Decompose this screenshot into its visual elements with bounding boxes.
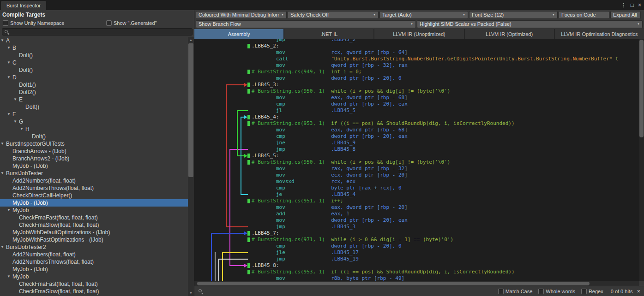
tab-llvm-ir-optimized[interactable]: LLVM IR (Optimized)	[465, 29, 554, 39]
asm-operands: .LBB45_3	[331, 224, 355, 230]
code-horizontal-scrollbar[interactable]	[194, 281, 639, 286]
scrollbar-thumb[interactable]	[197, 282, 590, 285]
code-line: # BurstString.cs(950, 1) while (i < pos …	[194, 159, 639, 166]
tab-assembly[interactable]: Assembly	[194, 29, 283, 39]
targets-search-field[interactable]	[2, 28, 193, 36]
tree-item-h[interactable]: ▼H	[0, 125, 188, 133]
tree-item-checkfmafast-float-float-float[interactable]: CheckFmaFast(float, float, float)	[0, 280, 188, 288]
tree-item-doit2[interactable]: DoIt2()	[0, 89, 188, 96]
show-generated-checkbox[interactable]: Show ".Generated"	[106, 20, 156, 26]
assembly-code-view[interactable]: jmp .LBB45_2.LBB45_2: mov rcx, qword ptr…	[194, 39, 639, 281]
close-search-icon[interactable]: ×	[637, 288, 640, 295]
checkbox-box-icon[interactable]	[581, 289, 587, 294]
foldout-expanded-icon[interactable]: ▼	[13, 118, 17, 125]
dropdown-font-size-12[interactable]: Font Size (12)▼	[469, 11, 558, 19]
scrollbar-thumb[interactable]	[188, 43, 193, 177]
tree-item-myjob-ijob[interactable]: MyJob - (IJob)	[0, 266, 188, 273]
window-tab-burst-inspector[interactable]: Burst Inspector	[1, 1, 46, 10]
maximize-icon[interactable]: □	[631, 0, 634, 10]
code-line: .LBB45_2:	[194, 43, 639, 49]
tree-item-brancharrows2-ijob[interactable]: BranchArrows2 - (IJob)	[0, 155, 188, 162]
checkbox-box-icon[interactable]	[106, 20, 112, 26]
tree-item-doit[interactable]: DoIt()	[0, 66, 188, 74]
asm-operands: "Unity.Burst.BurstString.NumberBuffer.Ge…	[331, 56, 619, 62]
tree-item-doit1[interactable]: DoIt1()	[0, 81, 188, 89]
tree-item-a[interactable]: ▼A	[0, 37, 188, 44]
tree-item-myjob-ijob[interactable]: MyJob - (IJob)	[0, 199, 188, 207]
close-icon[interactable]: ×	[638, 0, 641, 10]
scroll-down-icon[interactable]: ▼	[188, 290, 194, 296]
foldout-expanded-icon[interactable]: ▼	[7, 59, 11, 66]
button-expand-all[interactable]: Expand All	[610, 11, 641, 19]
button-focus-on-code[interactable]: Focus on Code	[559, 11, 609, 19]
tree-item-myjob[interactable]: ▼MyJob	[0, 273, 188, 280]
foldout-expanded-icon[interactable]: ▼	[7, 273, 11, 280]
tree-item-b[interactable]: ▼B	[0, 44, 188, 52]
code-vertical-scrollbar[interactable]	[639, 39, 644, 281]
tree-item-myjobwithfastoptimizations-ijob[interactable]: MyJobWithFastOptimizations - (IJob)	[0, 236, 188, 243]
tree-item-f[interactable]: ▼F	[0, 111, 188, 118]
foldout-expanded-icon[interactable]: ▼	[7, 74, 11, 81]
tree-item-checkfmaslow-float-float-float[interactable]: CheckFmaSlow(float, float, float)	[0, 288, 188, 295]
tab-llvm-ir-optimisation-diagnostics[interactable]: LLVM IR Optimisation Diagnostics	[555, 29, 644, 39]
tree-item-brancharrows-ijob[interactable]: BranchArrows - (IJob)	[0, 148, 188, 155]
dropdown-coloured-with-minimal-debug-information[interactable]: Coloured With Minimal Debug Information▼	[196, 11, 287, 19]
asm-label: .LBB45_5:	[252, 153, 279, 159]
tree-item-burstjobtester2[interactable]: ▼BurstJobTester2	[0, 243, 188, 251]
tree-item-myjob-ijob[interactable]: MyJob - (IJob)	[0, 162, 188, 170]
tree-item-checkfmafast-float-float-float[interactable]: CheckFmaFast(float, float, float)	[0, 214, 188, 221]
show-unity-namespace-checkbox[interactable]: Show Unity Namespace	[3, 20, 64, 26]
tree-item-myjobwithdefaultoptimizations-ijob[interactable]: MyJobWithDefaultOptimizations - (IJob)	[0, 229, 188, 236]
tree-item-myjob[interactable]: ▼MyJob	[0, 207, 188, 214]
checkbox-box-icon[interactable]	[498, 289, 504, 294]
tree-item-label: Add2NumbersThrows(float, float)	[12, 184, 94, 192]
tree-item-d[interactable]: ▼D	[0, 74, 188, 81]
match-case-checkbox[interactable]: Match Case	[498, 289, 533, 294]
foldout-expanded-icon[interactable]: ▼	[7, 111, 11, 118]
menu-kebab-icon[interactable]: ⋮	[621, 0, 626, 10]
tab-net-il[interactable]: .NET IL	[284, 29, 373, 39]
tree-item-add2numbers-float-float[interactable]: Add2Numbers(float, float)	[0, 251, 188, 258]
code-line: # BurstString.cs(951, 1) i++;	[194, 198, 639, 204]
tree-item-burstinspectorguitests[interactable]: ▼BurstInspectorGUITests	[0, 140, 188, 148]
foldout-expanded-icon[interactable]: ▼	[20, 125, 24, 133]
dropdown-target-auto[interactable]: Target (Auto)▼	[379, 11, 468, 19]
tree-item-add2numbersthrows-float-float[interactable]: Add2NumbersThrows(float, float)	[0, 184, 188, 192]
checkbox-box-icon[interactable]	[3, 20, 8, 26]
tree-item-doit[interactable]: DoIt()	[0, 103, 188, 111]
tree-item-g[interactable]: ▼G	[0, 118, 188, 125]
code-search-input[interactable]	[203, 288, 492, 295]
scrollbar-thumb[interactable]	[639, 40, 644, 137]
checkbox-box-icon[interactable]	[538, 289, 544, 294]
label: Safety Check Off	[290, 12, 371, 18]
code-line: call "Unity.Burst.BurstString.NumberBuff…	[194, 56, 639, 62]
tree-item-doit[interactable]: DoIt()	[0, 133, 188, 140]
foldout-expanded-icon[interactable]: ▼	[0, 170, 4, 177]
foldout-expanded-icon[interactable]: ▼	[7, 44, 11, 52]
regex-checkbox[interactable]: Regex	[581, 289, 603, 294]
tree-item-add2numbersthrows-float-float[interactable]: Add2NumbersThrows(float, float)	[0, 258, 188, 266]
tab-llvm-ir-unoptimized[interactable]: LLVM IR (Unoptimized)	[374, 29, 463, 39]
tree-item-e[interactable]: ▼E	[0, 96, 188, 103]
dropdown-show-branch-flow[interactable]: Show Branch Flow▼	[196, 20, 416, 28]
whole-words-checkbox[interactable]: Whole words	[538, 289, 575, 294]
foldout-expanded-icon[interactable]: ▼	[0, 37, 4, 44]
dropdown-highlight-simd-scalar-vs-packed-false[interactable]: Highlight SIMD Scalar vs Packed (False)▼	[417, 20, 643, 28]
foldout-expanded-icon[interactable]: ▼	[13, 96, 17, 103]
asm-mnemonic: cmp	[276, 133, 285, 139]
tree-item-c[interactable]: ▼C	[0, 59, 188, 66]
asm-operands: eax, dword ptr [rbp - 20]	[331, 204, 408, 210]
tree-item-label: C	[12, 59, 17, 66]
tree-item-add2numbers-float-float[interactable]: Add2Numbers(float, float)	[0, 177, 188, 184]
tree-item-burstjobtester[interactable]: ▼BurstJobTester	[0, 170, 188, 177]
foldout-expanded-icon[interactable]: ▼	[0, 140, 4, 148]
scroll-up-icon[interactable]: ▲	[188, 37, 194, 43]
foldout-expanded-icon[interactable]: ▼	[7, 207, 11, 214]
tree-scrollbar[interactable]: ▲ ▼	[188, 37, 194, 296]
dropdown-safety-check-off[interactable]: Safety Check Off▼	[288, 11, 379, 19]
tree-item-checkdirectcallhelper[interactable]: CheckDirectCallHelper()	[0, 192, 188, 199]
foldout-expanded-icon[interactable]: ▼	[0, 243, 4, 251]
tree-item-checkfmaslow-float-float-float[interactable]: CheckFmaSlow(float, float, float)	[0, 221, 188, 229]
tree-item-doit[interactable]: DoIt()	[0, 52, 188, 59]
source-location: # BurstString.cs(971, 1)	[252, 237, 325, 243]
